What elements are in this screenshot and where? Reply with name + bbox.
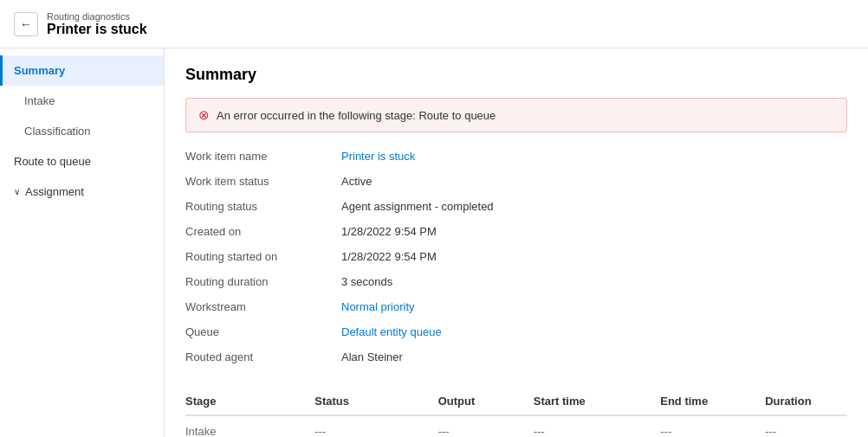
stage-table: Stage Status Output Start time End time … bbox=[185, 388, 847, 437]
value-routing-status: Agent assignment - completed bbox=[341, 196, 847, 216]
sidebar-item-intake[interactable]: Intake bbox=[0, 86, 164, 116]
back-button[interactable]: ← bbox=[14, 12, 38, 36]
error-circle-icon: ⊗ bbox=[198, 107, 210, 123]
value-routed-agent: Alan Steiner bbox=[341, 347, 847, 367]
value-work-item-name: Printer is stuck bbox=[341, 146, 847, 166]
work-item-name-link[interactable]: Printer is stuck bbox=[341, 150, 415, 163]
content-title: Summary bbox=[185, 66, 847, 84]
value-queue: Default entity queue bbox=[341, 322, 847, 342]
th-stage: Stage bbox=[185, 388, 314, 415]
sidebar-item-classification[interactable]: Classification bbox=[0, 116, 164, 146]
th-end-time: End time bbox=[660, 388, 765, 415]
chevron-down-icon: ∨ bbox=[14, 187, 20, 196]
th-duration: Duration bbox=[765, 388, 847, 415]
cell-status-intake: --- bbox=[314, 415, 437, 437]
details-grid: Work item name Printer is stuck Work ite… bbox=[185, 146, 847, 367]
table-row: Intake --- --- --- --- --- bbox=[185, 415, 847, 437]
page-title: Printer is stuck bbox=[47, 22, 147, 37]
th-start-time: Start time bbox=[534, 388, 660, 415]
sidebar-group-label: Assignment bbox=[25, 185, 84, 198]
sidebar-item-route-to-queue[interactable]: Route to queue bbox=[0, 146, 164, 177]
value-work-item-status: Active bbox=[341, 171, 847, 191]
header: ← Routing diagnostics Printer is stuck bbox=[0, 0, 868, 48]
content-area: Summary ⊗ An error occurred in the follo… bbox=[165, 48, 868, 437]
queue-link[interactable]: Default entity queue bbox=[341, 325, 442, 338]
error-banner: ⊗ An error occurred in the following sta… bbox=[185, 98, 847, 132]
sidebar-group-assignment[interactable]: ∨ Assignment bbox=[0, 177, 164, 207]
value-created-on: 1/28/2022 9:54 PM bbox=[341, 222, 847, 241]
th-output: Output bbox=[438, 388, 534, 415]
label-work-item-status: Work item status bbox=[185, 171, 341, 191]
label-routed-agent: Routed agent bbox=[185, 347, 341, 367]
label-workstream: Workstream bbox=[185, 297, 341, 317]
cell-stage-intake: Intake bbox=[185, 415, 314, 437]
label-work-item-name: Work item name bbox=[185, 146, 341, 166]
sidebar: Summary Intake Classification Route to q… bbox=[0, 48, 165, 437]
th-status: Status bbox=[314, 388, 437, 415]
header-text: Routing diagnostics Printer is stuck bbox=[47, 11, 147, 37]
value-workstream: Normal priority bbox=[341, 297, 847, 317]
label-routing-started-on: Routing started on bbox=[185, 247, 341, 267]
cell-end-intake: --- bbox=[660, 415, 765, 437]
label-created-on: Created on bbox=[185, 222, 341, 241]
sidebar-item-summary[interactable]: Summary bbox=[0, 55, 164, 86]
breadcrumb: Routing diagnostics bbox=[47, 11, 147, 22]
main-layout: Summary Intake Classification Route to q… bbox=[0, 48, 868, 437]
label-routing-duration: Routing duration bbox=[185, 272, 341, 292]
label-routing-status: Routing status bbox=[185, 196, 341, 216]
cell-output-intake: --- bbox=[438, 415, 534, 437]
cell-duration-intake: --- bbox=[765, 415, 847, 437]
label-queue: Queue bbox=[185, 322, 341, 342]
cell-start-intake: --- bbox=[534, 415, 660, 437]
error-banner-text: An error occurred in the following stage… bbox=[217, 109, 496, 122]
value-routing-duration: 3 seconds bbox=[341, 272, 847, 292]
value-routing-started-on: 1/28/2022 9:54 PM bbox=[341, 247, 847, 267]
workstream-link[interactable]: Normal priority bbox=[341, 300, 415, 313]
